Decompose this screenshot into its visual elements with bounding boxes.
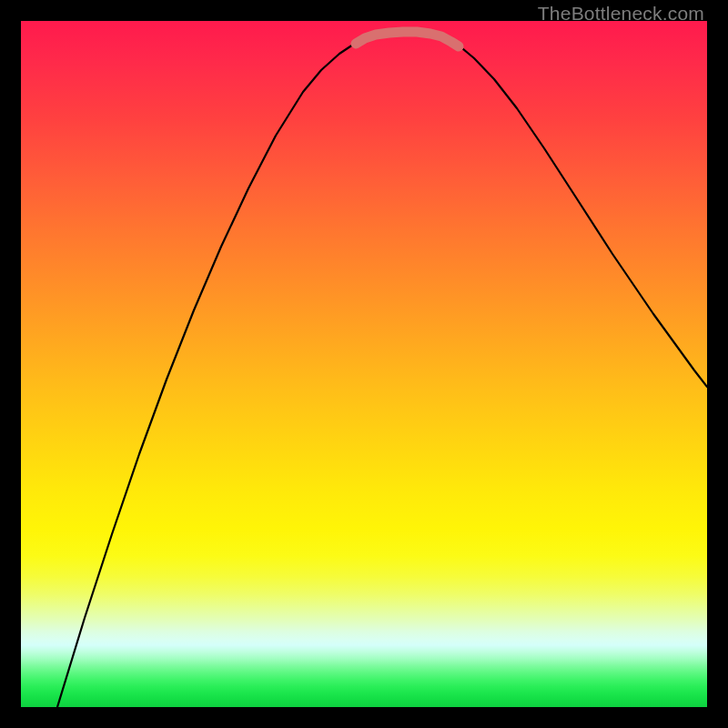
- bottleneck-curve: [57, 32, 707, 707]
- chart-stage: TheBottleneck.com: [0, 0, 728, 728]
- optimal-band-marker: [356, 32, 459, 46]
- plot-area: [21, 21, 707, 707]
- curve-layer: [21, 21, 707, 707]
- watermark-text: TheBottleneck.com: [538, 3, 704, 25]
